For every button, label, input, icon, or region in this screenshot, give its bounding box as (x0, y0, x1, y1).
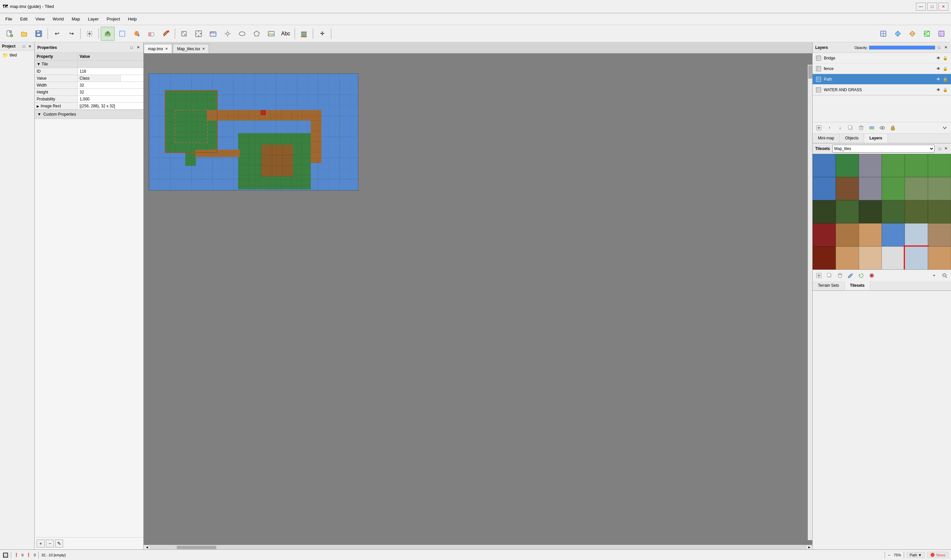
layer-water-grass[interactable]: WATER AND GRASS 👁 🔒 (813, 85, 951, 95)
ts-cell-darkgrass2[interactable] (859, 200, 882, 223)
layers-float-btn[interactable]: □ (936, 45, 942, 50)
ts-cell-water1[interactable] (813, 154, 836, 177)
prop-remove-btn[interactable]: − (46, 540, 54, 548)
tab-tilesets[interactable]: Tilesets (845, 281, 870, 291)
menu-edit[interactable]: Edit (16, 15, 31, 23)
project-float-btn[interactable]: □ (21, 44, 26, 49)
map-scrollbar-h[interactable]: ◀ ▶ (144, 545, 812, 549)
layer-path-eye[interactable]: 👁 (935, 76, 942, 83)
toolbar-ts-4[interactable] (920, 27, 934, 41)
layer-bridge-lock[interactable]: 🔒 (942, 55, 948, 62)
layers-move-up-btn[interactable]: ↑ (825, 123, 834, 132)
layers-duplicate-btn[interactable] (846, 123, 856, 132)
tab-minimap[interactable]: Mini-map (813, 134, 840, 143)
imagerect-expand-arrow[interactable]: ▶ (37, 105, 39, 108)
ts-cell-brown2[interactable] (928, 223, 951, 246)
ts-cell-selected[interactable] (905, 246, 928, 269)
layer-water-grass-lock[interactable]: 🔒 (942, 86, 948, 93)
toolbar-ts-5[interactable]: ↕ (934, 27, 948, 41)
ts-cell-water2[interactable] (813, 177, 836, 200)
ts-cell-sand1[interactable] (836, 223, 859, 246)
ts-cell-grass1[interactable] (836, 154, 859, 177)
ts-cell-dkgrass3[interactable] (928, 154, 951, 177)
menu-world[interactable]: World (49, 15, 68, 23)
ts-cell-brown1[interactable] (836, 177, 859, 200)
toolbar-stamp[interactable] (101, 27, 115, 41)
tileset-edit-btn[interactable] (846, 271, 856, 280)
toolbar-zoom-select[interactable] (206, 27, 220, 41)
scroll-right-btn[interactable]: ▶ (806, 545, 812, 549)
layers-move-down-btn[interactable]: ↓ (835, 123, 845, 132)
layers-delete-btn[interactable] (856, 123, 866, 132)
layers-group-btn[interactable] (867, 123, 877, 132)
ts-cell-sand2[interactable] (859, 223, 882, 246)
maximize-button[interactable]: □ (927, 3, 937, 11)
opacity-slider[interactable] (869, 46, 935, 49)
toolbar-ellipse[interactable] (235, 27, 249, 41)
ts-cell-grey1[interactable] (859, 154, 882, 177)
ts-cell-ltgrass1[interactable] (905, 177, 928, 200)
map-scrollbar-v[interactable] (808, 65, 812, 540)
toolbar-point[interactable] (221, 27, 234, 41)
map-tab-tmx-close[interactable]: ✕ (165, 47, 168, 51)
map-tab-tsx[interactable]: Map_tiles.tsx ✕ (173, 44, 209, 53)
toolbar-new[interactable]: + (3, 27, 17, 41)
ts-cell-grass2[interactable] (882, 177, 905, 200)
toolbar-magnet[interactable] (159, 27, 173, 41)
tilesets-dropdown[interactable]: Map_tiles (833, 145, 934, 152)
toolbar-text[interactable]: Abc (279, 27, 293, 41)
layers-visibility-btn[interactable] (877, 123, 887, 132)
toolbar-move[interactable]: ✛ (315, 27, 329, 41)
tileset-duplicate-btn[interactable] (825, 271, 834, 280)
tileset-delete-btn[interactable] (835, 271, 845, 280)
toolbar-select[interactable] (115, 27, 129, 41)
toolbar-polygon[interactable] (250, 27, 263, 41)
menu-help[interactable]: Help (124, 15, 141, 23)
tileset-preview[interactable] (813, 154, 951, 269)
ts-cell-ltgrass2[interactable] (928, 177, 951, 200)
custom-props-toggle[interactable]: ▼ (37, 112, 41, 117)
menu-layer[interactable]: Layer (84, 15, 103, 23)
tileset-reload-btn[interactable] (856, 271, 866, 280)
tileset-delete2-btn[interactable] (867, 271, 877, 280)
toolbar-eraser[interactable] (145, 27, 158, 41)
prop-add-btn[interactable]: + (37, 540, 45, 548)
layer-fence-eye[interactable]: 👁 (935, 65, 942, 72)
project-close-btn[interactable]: ✕ (27, 44, 32, 49)
ts-cell-ltblue[interactable] (905, 223, 928, 246)
tilesets-float-btn[interactable]: □ (937, 146, 942, 151)
ts-cell-darkred[interactable] (813, 246, 836, 269)
toolbar-open[interactable] (17, 27, 31, 41)
map-tab-tsx-close[interactable]: ✕ (202, 47, 205, 51)
toolbar-ts-1[interactable] (876, 27, 890, 41)
layers-lock-btn[interactable] (888, 123, 898, 132)
layers-add-btn[interactable] (814, 123, 824, 132)
toolbar-image[interactable] (264, 27, 278, 41)
layer-water-grass-eye[interactable]: 👁 (935, 86, 942, 93)
menu-file[interactable]: File (2, 15, 16, 23)
menu-view[interactable]: View (31, 15, 49, 23)
layers-expand-btn[interactable] (940, 123, 949, 132)
ts-cell-grass3[interactable] (836, 200, 859, 223)
tab-layers[interactable]: Layers (864, 134, 888, 143)
layer-fence[interactable]: fence 👁 🔒 (813, 63, 951, 74)
tab-terrain-sets[interactable]: Terrain Sets (813, 281, 845, 291)
ts-cell-grey2[interactable] (859, 177, 882, 200)
layer-fence-lock[interactable]: 🔒 (942, 65, 948, 72)
toolbar-ts-3[interactable] (905, 27, 919, 41)
map-scroll-v-thumb[interactable] (808, 65, 812, 78)
prop-close-btn[interactable]: ✕ (135, 45, 141, 50)
toolbar-layer-ops[interactable] (297, 27, 311, 41)
project-item-tiled[interactable]: 📁 tiled (2, 52, 33, 58)
toolbar-save[interactable] (32, 27, 46, 41)
close-button[interactable]: ✕ (939, 3, 948, 11)
toolbar-bucket[interactable] (130, 27, 144, 41)
ts-cell-grass4[interactable] (882, 200, 905, 223)
menu-map[interactable]: Map (68, 15, 84, 23)
ts-cell-dkgrass1[interactable] (882, 154, 905, 177)
tileset-zoom-reset-btn[interactable] (940, 271, 949, 280)
toolbar-redo[interactable]: ↪ (65, 27, 78, 41)
prop-class-value[interactable] (120, 75, 143, 82)
toolbar-random[interactable] (177, 27, 191, 41)
prop-float-btn[interactable]: □ (129, 45, 134, 50)
